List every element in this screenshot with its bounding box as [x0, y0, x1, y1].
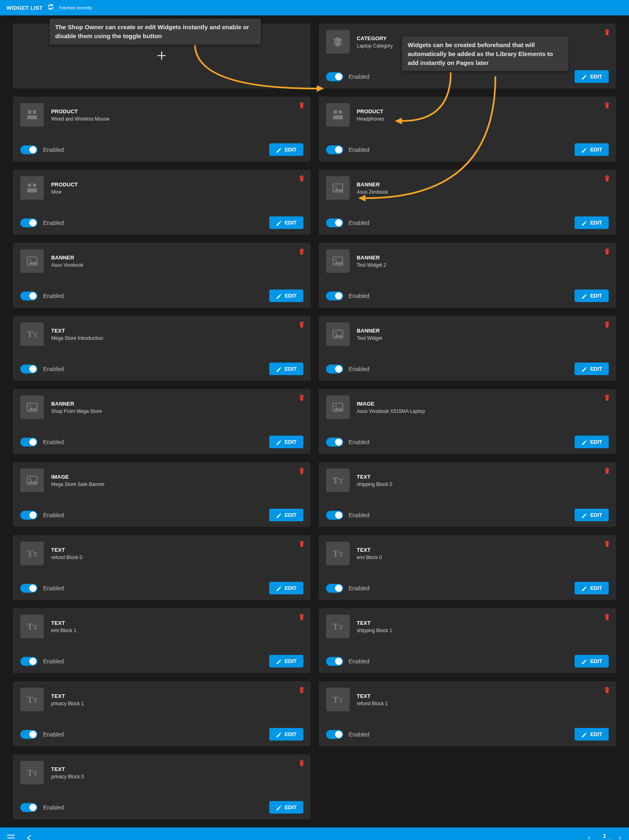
enable-status: Enabled: [349, 293, 370, 299]
delete-button[interactable]: [604, 394, 610, 403]
enable-toggle[interactable]: [326, 292, 343, 300]
delete-button[interactable]: [298, 248, 305, 257]
widget-card: PRODUCTMiceEnabledEDIT: [13, 170, 311, 235]
enable-toggle[interactable]: [20, 657, 37, 666]
edit-button[interactable]: EDIT: [575, 289, 609, 302]
enable-toggle[interactable]: [20, 365, 37, 374]
delete-button[interactable]: [604, 540, 610, 549]
delete-button[interactable]: [298, 321, 305, 330]
delete-button[interactable]: [298, 686, 305, 695]
enable-toggle[interactable]: [20, 584, 37, 593]
delete-button[interactable]: [298, 467, 305, 476]
widget-name: Test Widget: [357, 335, 383, 341]
image-icon: [332, 182, 344, 194]
widget-name: Asus Vivobook X515MA Laptop: [357, 408, 425, 414]
product-icon: [26, 109, 38, 121]
enable-toggle[interactable]: [326, 72, 343, 81]
widget-name: Headphones: [357, 116, 385, 122]
widget-name: Mice: [51, 189, 78, 195]
enable-toggle[interactable]: [326, 145, 343, 154]
delete-button[interactable]: [604, 613, 610, 622]
edit-button[interactable]: EDIT: [269, 216, 303, 229]
enable-status: Enabled: [43, 804, 64, 811]
delete-button[interactable]: [604, 321, 610, 330]
enable-toggle[interactable]: [20, 438, 37, 447]
edit-button[interactable]: EDIT: [269, 509, 303, 521]
delete-button[interactable]: [604, 28, 610, 37]
page-prev[interactable]: [587, 835, 591, 840]
edit-label: EDIT: [285, 366, 297, 372]
enable-status: Enabled: [43, 220, 64, 226]
enable-toggle[interactable]: [326, 730, 343, 739]
edit-button[interactable]: EDIT: [575, 655, 609, 667]
widget-type: TEXT: [51, 693, 84, 699]
enable-toggle[interactable]: [20, 218, 37, 227]
widget-name: Test Widget 2: [357, 262, 387, 268]
edit-label: EDIT: [285, 731, 297, 737]
edit-button[interactable]: EDIT: [269, 436, 303, 448]
text-icon: TT: [332, 695, 343, 704]
edit-button[interactable]: EDIT: [269, 363, 303, 375]
menu-icon[interactable]: [6, 834, 15, 840]
edit-button[interactable]: EDIT: [575, 509, 609, 521]
enable-toggle[interactable]: [326, 511, 343, 520]
delete-button[interactable]: [298, 540, 305, 549]
enable-toggle[interactable]: [326, 365, 343, 374]
delete-button[interactable]: [298, 394, 305, 403]
delete-button[interactable]: [604, 101, 610, 110]
edit-label: EDIT: [285, 220, 297, 226]
delete-button[interactable]: [298, 175, 305, 184]
widget-type: TEXT: [51, 766, 84, 772]
edit-label: EDIT: [590, 220, 602, 226]
widget-card: TTTEXTprivacy Block 1EnabledEDIT: [13, 681, 311, 746]
enable-toggle[interactable]: [20, 803, 37, 812]
delete-button[interactable]: [604, 686, 610, 695]
widget-card: IMAGEMega Store Sale BannerEnabledEDIT: [13, 462, 311, 527]
enable-toggle[interactable]: [326, 218, 343, 227]
product-icon: [26, 182, 38, 194]
delete-button[interactable]: [298, 101, 305, 110]
edit-button[interactable]: EDIT: [269, 655, 303, 667]
edit-label: EDIT: [285, 439, 297, 445]
product-icon: [332, 109, 344, 121]
widget-name: refund Block 1: [357, 701, 388, 706]
enable-toggle[interactable]: [326, 657, 343, 666]
enable-toggle[interactable]: [20, 145, 37, 154]
widget-thumb: [326, 30, 350, 54]
enable-toggle[interactable]: [20, 511, 37, 520]
delete-button[interactable]: [298, 759, 305, 768]
text-icon: TT: [27, 329, 38, 339]
fetch-status: Fetched recently: [59, 5, 92, 10]
edit-button[interactable]: EDIT: [269, 143, 303, 156]
edit-button[interactable]: EDIT: [575, 436, 609, 448]
edit-label: EDIT: [590, 293, 602, 299]
enable-toggle[interactable]: [326, 584, 343, 593]
edit-button[interactable]: EDIT: [575, 216, 609, 229]
delete-button[interactable]: [604, 248, 610, 257]
widget-type: TEXT: [357, 474, 392, 480]
delete-button[interactable]: [604, 467, 610, 476]
delete-button[interactable]: [604, 175, 610, 184]
edit-button[interactable]: EDIT: [269, 728, 303, 741]
edit-button[interactable]: EDIT: [269, 289, 303, 302]
pencil-icon: [581, 659, 587, 664]
refresh-icon[interactable]: [48, 4, 54, 12]
edit-button[interactable]: EDIT: [575, 143, 609, 156]
edit-label: EDIT: [590, 147, 602, 153]
widget-card: TTTEXTrefund Block 1EnabledEDIT: [319, 681, 616, 746]
enable-toggle[interactable]: [20, 292, 37, 300]
delete-button[interactable]: [298, 613, 305, 622]
page-next[interactable]: [618, 835, 623, 840]
widget-thumb: TT: [326, 469, 350, 492]
edit-button[interactable]: EDIT: [575, 70, 609, 83]
edit-button[interactable]: EDIT: [575, 728, 609, 741]
page-number: 1: [597, 833, 613, 839]
pencil-icon: [276, 585, 281, 591]
back-icon[interactable]: [25, 834, 34, 840]
edit-button[interactable]: EDIT: [575, 363, 609, 375]
edit-button[interactable]: EDIT: [575, 582, 609, 594]
edit-button[interactable]: EDIT: [269, 582, 303, 594]
enable-toggle[interactable]: [20, 730, 37, 739]
enable-toggle[interactable]: [326, 438, 343, 447]
edit-button[interactable]: EDIT: [269, 801, 303, 814]
